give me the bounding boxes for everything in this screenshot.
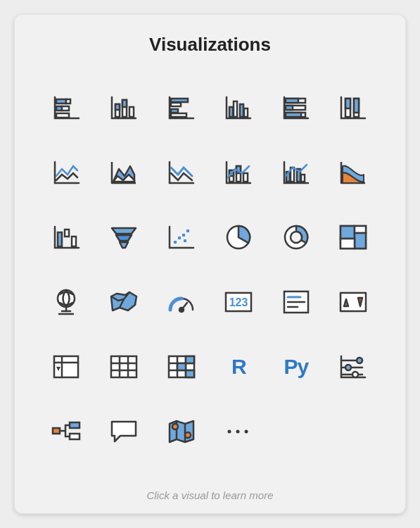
svg-rect-44 [178, 237, 181, 239]
svg-rect-9 [129, 107, 134, 117]
svg-rect-32 [243, 173, 248, 182]
svg-rect-37 [58, 232, 62, 246]
svg-rect-11 [171, 103, 181, 106]
svg-rect-36 [301, 175, 305, 182]
svg-rect-89 [53, 428, 60, 434]
card-number-text: 123 [229, 296, 248, 308]
stacked-bar-horizontal-icon[interactable] [46, 87, 88, 129]
svg-marker-42 [120, 242, 128, 248]
key-influencers-icon[interactable] [332, 346, 374, 388]
svg-rect-14 [229, 107, 233, 117]
decomposition-tree-icon[interactable] [46, 410, 88, 453]
slicer-icon[interactable] [46, 346, 88, 388]
svg-rect-19 [286, 99, 298, 103]
svg-rect-46 [186, 230, 189, 232]
svg-point-88 [352, 372, 358, 377]
svg-rect-16 [240, 104, 243, 117]
visualizations-grid: 123 [38, 75, 382, 486]
hundred-stacked-bar-horizontal-icon[interactable] [275, 87, 317, 129]
svg-point-92 [172, 424, 178, 429]
svg-rect-90 [70, 422, 79, 428]
gauge-icon[interactable] [160, 281, 203, 323]
svg-marker-41 [116, 235, 132, 241]
treemap-icon[interactable] [332, 216, 374, 258]
map-globe-icon[interactable] [46, 281, 88, 323]
svg-point-94 [228, 430, 231, 434]
svg-rect-8 [122, 100, 127, 107]
svg-point-95 [236, 430, 240, 434]
svg-rect-0 [56, 99, 66, 103]
svg-rect-70 [111, 356, 136, 377]
svg-rect-25 [345, 99, 350, 108]
qa-visual-icon[interactable] [103, 410, 145, 453]
svg-rect-12 [171, 109, 178, 113]
svg-rect-52 [341, 226, 355, 239]
clustered-bar-horizontal-icon[interactable] [160, 87, 203, 129]
r-visual-icon[interactable]: R [217, 346, 260, 388]
funnel-chart-icon[interactable] [103, 216, 145, 258]
svg-rect-39 [72, 237, 76, 246]
svg-rect-53 [355, 226, 366, 233]
table-icon[interactable] [103, 346, 145, 388]
pie-chart-icon[interactable] [217, 216, 260, 258]
svg-rect-10 [171, 99, 188, 102]
kpi-icon[interactable] [332, 281, 374, 323]
stacked-area-chart-icon[interactable] [160, 151, 203, 194]
visualizations-panel: Visualizations [14, 14, 406, 514]
panel-title: Visualizations [38, 34, 382, 56]
svg-rect-6 [115, 104, 120, 110]
svg-rect-81 [177, 363, 186, 370]
line-stacked-column-icon[interactable] [217, 151, 260, 194]
svg-rect-15 [234, 101, 237, 117]
ribbon-chart-icon[interactable] [332, 151, 374, 194]
matrix-icon[interactable] [160, 346, 203, 388]
multi-row-card-icon[interactable] [275, 281, 317, 323]
svg-rect-82 [186, 370, 194, 377]
panel-footer-hint: Click a visual to learn more [38, 489, 382, 501]
svg-rect-17 [244, 108, 248, 117]
filled-map-icon[interactable] [103, 281, 145, 323]
arcgis-map-icon[interactable] [160, 410, 203, 453]
svg-point-57 [179, 308, 184, 312]
svg-rect-91 [70, 434, 79, 439]
svg-point-96 [245, 430, 248, 434]
svg-rect-23 [286, 113, 301, 117]
py-script-label: Py [284, 355, 308, 379]
svg-rect-54 [355, 233, 366, 249]
python-visual-icon[interactable]: Py [275, 346, 317, 388]
line-chart-icon[interactable] [46, 151, 88, 194]
svg-point-50 [291, 232, 302, 243]
area-chart-icon[interactable] [103, 151, 145, 194]
r-script-label: R [231, 355, 246, 379]
clustered-bar-vertical-icon[interactable] [217, 87, 260, 129]
more-visuals-icon[interactable] [217, 410, 260, 453]
svg-rect-80 [186, 356, 194, 363]
card-number-icon[interactable]: 123 [217, 281, 260, 323]
svg-rect-38 [65, 230, 69, 237]
donut-chart-icon[interactable] [275, 216, 317, 258]
svg-rect-21 [286, 106, 293, 110]
svg-rect-27 [354, 99, 359, 113]
svg-point-84 [357, 358, 362, 363]
svg-point-86 [345, 365, 351, 370]
stacked-bar-vertical-icon[interactable] [103, 87, 145, 129]
line-clustered-column-icon[interactable] [275, 151, 317, 194]
scatter-chart-icon[interactable] [160, 216, 203, 258]
svg-rect-55 [341, 239, 355, 249]
svg-marker-40 [112, 228, 136, 234]
svg-rect-45 [182, 234, 185, 237]
svg-point-93 [185, 432, 191, 438]
svg-rect-1 [66, 99, 70, 103]
svg-rect-13 [171, 113, 186, 117]
hundred-stacked-column-icon[interactable] [332, 87, 374, 129]
svg-rect-3 [62, 106, 69, 111]
svg-rect-4 [56, 113, 69, 118]
svg-rect-47 [184, 239, 186, 242]
svg-rect-43 [174, 241, 177, 244]
waterfall-chart-icon[interactable] [46, 216, 88, 258]
